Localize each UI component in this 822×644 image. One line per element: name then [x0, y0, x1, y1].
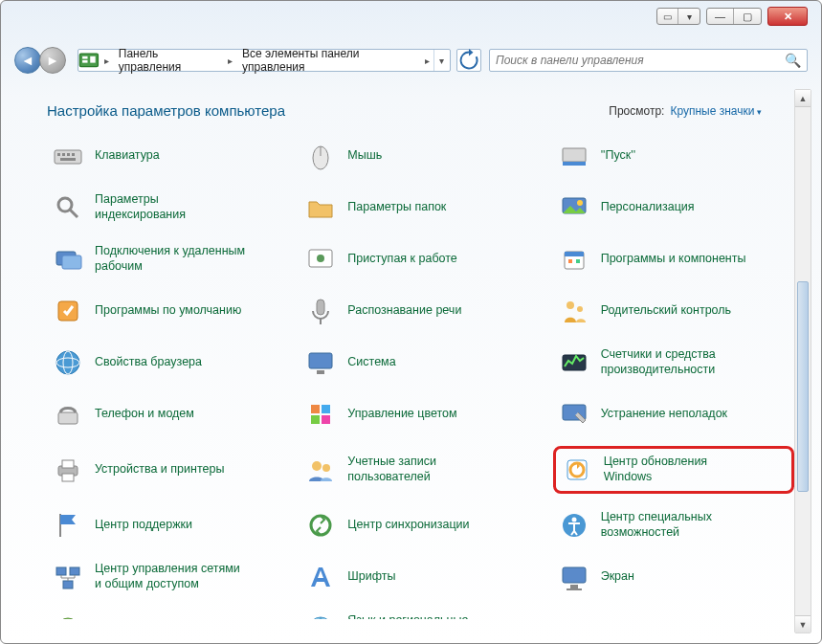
cp-item[interactable]: Телефон и модем	[47, 394, 288, 434]
sync-icon	[303, 508, 338, 543]
min-max-group: — ▢	[706, 8, 762, 25]
svg-rect-45	[62, 474, 74, 481]
svg-rect-38	[311, 405, 320, 413]
control-panel-icon[interactable]	[78, 50, 100, 71]
cp-item[interactable]: Программы по умолчанию	[47, 291, 288, 331]
update-icon	[560, 453, 594, 487]
content-header: Настройка параметров компьютера Просмотр…	[47, 102, 794, 119]
cp-item[interactable]: Электропитание	[47, 609, 288, 619]
cp-item[interactable]: Параметры папок	[300, 188, 541, 228]
cp-item[interactable]: Клавиатура	[47, 136, 288, 176]
vertical-scrollbar[interactable]: ▲ ▼	[794, 89, 811, 633]
refresh-button[interactable]	[456, 49, 481, 72]
system-icon	[303, 345, 338, 380]
cp-item[interactable]: Подключения к удаленным рабочим	[47, 239, 288, 279]
navbar: ◄ ► ▸ Панель управления ▸ Все элементы п…	[1, 43, 821, 78]
chevron-right-icon[interactable]: ▸	[421, 56, 433, 66]
search-index-icon	[51, 190, 85, 225]
svg-point-46	[312, 461, 322, 471]
cp-item-label: Мышь	[347, 148, 382, 164]
svg-point-59	[57, 618, 78, 619]
breadcrumb-seg-1[interactable]: Панель управления	[113, 50, 224, 71]
svg-point-14	[58, 198, 72, 211]
cp-item[interactable]: Приступая к работе	[300, 239, 541, 279]
scroll-thumb[interactable]	[797, 281, 809, 492]
scroll-up-button[interactable]: ▲	[795, 90, 811, 107]
cp-item-label: Свойства браузера	[95, 355, 202, 370]
color-icon	[303, 397, 338, 432]
cp-item[interactable]: Родительский контроль	[553, 291, 794, 331]
cp-item[interactable]: Мышь	[300, 136, 541, 176]
cp-item-label: Распознавание речи	[347, 303, 461, 319]
cp-item[interactable]: Устранение неполадок	[553, 394, 794, 434]
cp-item-label: Центр управления сетями и общим доступом	[95, 562, 248, 591]
browser-icon	[51, 345, 85, 380]
cp-item[interactable]: Распознавание речи	[300, 291, 541, 331]
close-button[interactable]: ✕	[767, 7, 808, 26]
phone-icon	[51, 397, 85, 432]
cp-item[interactable]: Программы и компоненты	[553, 239, 794, 279]
cp-item[interactable]: Учетные записи пользователей	[300, 446, 541, 494]
cp-item[interactable]: Свойства браузера	[47, 343, 288, 383]
cp-item[interactable]: Центр обновления Windows	[553, 446, 794, 494]
svg-point-29	[567, 301, 574, 309]
svg-rect-2	[82, 60, 87, 63]
cp-item-label: Язык и региональные стандарты	[347, 613, 500, 619]
chevron-right-icon[interactable]: ▸	[100, 56, 113, 66]
cp-item[interactable]: Центр управления сетями и общим доступом	[47, 557, 288, 597]
cp-item[interactable]: ''Пуск''	[553, 136, 794, 176]
cp-item-label: Экран	[601, 569, 634, 585]
cp-item[interactable]: Устройства и принтеры	[47, 446, 288, 494]
minimize-button[interactable]: —	[707, 9, 734, 24]
svg-rect-41	[322, 415, 330, 424]
cp-item[interactable]: Центр специальных возможностей	[553, 505, 794, 545]
cp-item[interactable]: Язык и региональные стандарты	[300, 609, 541, 619]
cp-item[interactable]: Шрифты	[300, 557, 541, 597]
breadcrumb-dropdown[interactable]: ▾	[433, 50, 450, 71]
compat-icon[interactable]: ▭	[657, 9, 678, 24]
cp-item[interactable]: Экран	[553, 557, 794, 597]
page-title: Настройка параметров компьютера	[47, 102, 285, 119]
cp-item[interactable]: Управление цветом	[300, 394, 541, 434]
cp-item-label: Клавиатура	[95, 148, 160, 164]
compat-dropdown-icon[interactable]: ▾	[678, 9, 700, 24]
svg-rect-23	[565, 252, 584, 256]
cp-item[interactable]: Центр поддержки	[47, 505, 288, 545]
cp-item[interactable]: Счетчики и средства производительности	[553, 343, 794, 383]
chevron-right-icon[interactable]: ▸	[224, 56, 236, 66]
cp-item-label: Параметры папок	[347, 200, 446, 215]
mic-icon	[303, 294, 338, 328]
svg-rect-27	[317, 300, 324, 315]
view-dropdown[interactable]: Крупные значки	[670, 104, 762, 118]
control-panel-window: ▭ ▾ — ▢ ✕ ◄ ► ▸ Панель управления ▸ Все …	[0, 0, 822, 644]
view-label: Просмотр:	[609, 104, 664, 118]
breadcrumb-seg-2[interactable]: Все элементы панели управления	[236, 50, 421, 71]
items-grid: КлавиатураМышь''Пуск''Параметры индексир…	[47, 136, 794, 619]
svg-rect-56	[563, 567, 586, 583]
svg-point-47	[322, 464, 330, 472]
cp-item-label: Устранение неполадок	[601, 407, 727, 422]
compat-buttons[interactable]: ▭ ▾	[656, 8, 700, 25]
cp-item[interactable]: Параметры индексирования	[47, 188, 288, 228]
cp-item[interactable]: Центр синхронизации	[300, 505, 541, 545]
forward-button[interactable]: ►	[39, 47, 66, 74]
taskbar-icon	[557, 139, 591, 173]
back-button[interactable]: ◄	[14, 47, 41, 74]
troubleshoot-icon	[557, 397, 591, 432]
search-box[interactable]: 🔍	[489, 49, 808, 72]
cp-item[interactable]: Персонализация	[553, 188, 794, 228]
search-icon[interactable]: 🔍	[785, 53, 801, 68]
display-icon	[557, 560, 591, 594]
maximize-button[interactable]: ▢	[734, 9, 761, 24]
svg-rect-19	[62, 255, 81, 269]
cp-item[interactable]: Система	[300, 343, 541, 383]
search-input[interactable]	[496, 54, 785, 67]
breadcrumb[interactable]: ▸ Панель управления ▸ Все элементы панел…	[78, 49, 451, 72]
scroll-down-button[interactable]: ▼	[795, 615, 811, 633]
svg-point-52	[571, 518, 576, 522]
svg-rect-53	[56, 567, 66, 575]
svg-rect-24	[568, 259, 572, 263]
cp-item-label: Телефон и модем	[95, 407, 194, 422]
startup-icon	[303, 242, 338, 277]
remote-icon	[51, 242, 85, 277]
